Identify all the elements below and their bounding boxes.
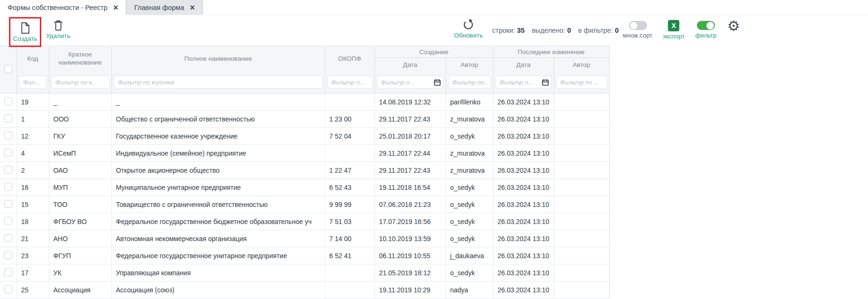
cell-okopf: 1 22 47	[325, 162, 375, 179]
cell-created-date: 19.11.2019 10:29	[375, 281, 446, 299]
cell-full-name: Товарищество с ограниченной ответственно…	[111, 196, 325, 213]
col-header-okopf[interactable]: ОКОПФ	[325, 46, 375, 72]
filter-toggle[interactable]	[697, 21, 715, 30]
col-header-created-author[interactable]: Автор	[446, 58, 493, 72]
filter-input-short-name[interactable]	[51, 75, 110, 89]
tab-label: Формы собственности - Реестр	[8, 4, 108, 11]
cell-created-author: o_sedyk	[446, 179, 493, 196]
cell-short-name: _	[49, 93, 111, 111]
filtered-count-label: в фильтре:	[578, 27, 613, 34]
cell-created-author: z_muratova	[446, 111, 493, 128]
cell-modified-author	[554, 230, 609, 247]
table-row[interactable]: 2ОАООткрытое акционерное общество1 22 47…	[0, 162, 609, 179]
cell-modified-date: 26.03.2024 13:10	[493, 196, 554, 213]
row-checkbox[interactable]	[4, 166, 12, 174]
cell-created-date: 17.07.2019 16:56	[375, 213, 446, 230]
filter-input-full-name[interactable]	[114, 75, 323, 89]
col-header-short-name[interactable]: Краткое наименование	[49, 46, 111, 72]
table-row[interactable]: 17УКУправляющая компания21.05.2019 18:12…	[0, 264, 609, 281]
filter-input-created-author[interactable]	[448, 75, 491, 89]
row-checkbox[interactable]	[4, 217, 12, 225]
cell-code: 21	[17, 230, 49, 247]
cell-modified-author	[554, 281, 609, 299]
cell-code: 2	[17, 162, 49, 179]
cell-modified-date: 26.03.2024 13:10	[493, 230, 554, 247]
settings-gear-icon[interactable]: ⚙	[727, 19, 740, 33]
row-checkbox-cell	[0, 128, 17, 145]
col-header-created-date[interactable]: Дата	[375, 58, 446, 72]
table-row[interactable]: 15ТООТоварищество с ограниченной ответст…	[0, 196, 609, 213]
cell-code: 16	[17, 179, 49, 196]
table-row[interactable]: 23ФГУПФедеральное государственное унитар…	[0, 247, 609, 264]
filter-input-okopf[interactable]	[327, 75, 373, 89]
table-row[interactable]: 25АссоциацияАссоциация (союз)19.11.2019 …	[0, 281, 609, 299]
table-row[interactable]: 18ФГБОУ ВОФедеральное государственное бю…	[0, 213, 609, 230]
tab-main-form[interactable]: Главная форма ×	[126, 0, 203, 15]
cell-okopf	[325, 145, 375, 162]
row-checkbox-cell	[0, 179, 17, 196]
col-header-code[interactable]: Код	[17, 46, 49, 72]
cell-modified-author	[554, 264, 609, 281]
multisort-label: множ.сорт.	[623, 32, 653, 39]
close-icon[interactable]: ×	[190, 4, 195, 11]
row-checkbox[interactable]	[4, 97, 12, 105]
col-header-modified-date[interactable]: Дата	[493, 58, 554, 72]
cell-created-date: 25.01.2018 20:17	[375, 128, 446, 145]
select-all-checkbox[interactable]	[4, 65, 12, 73]
cell-okopf: 7 14 00	[325, 230, 375, 247]
row-checkbox[interactable]	[4, 200, 12, 208]
table-row[interactable]: 19__14.08.2019 12:32panfilenko26.03.2024…	[0, 93, 609, 111]
multisort-toggle[interactable]	[629, 21, 647, 30]
export-label: экспорт	[663, 33, 685, 40]
cell-full-name: Общество с ограниченной ответственностью	[111, 111, 325, 128]
toggle-knob	[630, 22, 638, 29]
row-checkbox-cell	[0, 162, 17, 179]
rows-count-value: 35	[517, 27, 525, 34]
cell-short-name: ООО	[49, 111, 111, 128]
table-row[interactable]: 4ИСемПИндивидуальное (семейное) предприя…	[0, 145, 609, 162]
table-row[interactable]: 12ГКУГосударственное казенное учреждение…	[0, 128, 609, 145]
rows-counter: строки:35	[492, 27, 525, 34]
row-checkbox[interactable]	[4, 131, 12, 140]
cell-modified-date: 26.03.2024 13:10	[493, 264, 554, 281]
create-button[interactable]: Создать	[13, 22, 37, 42]
group-header-creation: Создание	[375, 46, 493, 58]
col-header-full-name[interactable]: Полное наименование	[111, 46, 325, 72]
filter-input-modified-author[interactable]	[556, 75, 607, 89]
row-checkbox[interactable]	[4, 114, 12, 122]
row-checkbox[interactable]	[4, 285, 12, 293]
row-checkbox[interactable]	[4, 234, 12, 242]
row-checkbox[interactable]	[4, 149, 12, 157]
cell-full-name: Открытое акционерное общество	[111, 162, 325, 179]
cell-created-date: 10.10.2019 13:59	[375, 230, 446, 247]
delete-button[interactable]: Удалить	[46, 19, 71, 39]
refresh-icon	[462, 19, 475, 31]
cell-short-name: ФГБОУ ВО	[49, 213, 111, 230]
table-row[interactable]: 21АНОАвтономная некоммерческая организац…	[0, 230, 609, 247]
filter-control: фильтр	[692, 21, 720, 39]
calendar-icon[interactable]	[542, 79, 549, 86]
cell-full-name: _	[111, 93, 325, 111]
cell-modified-author	[554, 213, 609, 230]
cell-created-author: o_sedyk	[446, 264, 493, 281]
export-button[interactable]: X экспорт	[663, 20, 685, 40]
tab-forms-registry[interactable]: Формы собственности - Реестр ×	[0, 0, 126, 15]
row-checkbox[interactable]	[4, 251, 12, 259]
row-checkbox[interactable]	[4, 183, 12, 191]
row-checkbox-cell	[0, 230, 17, 247]
table-row[interactable]: 1ООООбщество с ограниченной ответственно…	[0, 111, 609, 128]
refresh-button[interactable]: Обновить	[451, 19, 485, 39]
close-icon[interactable]: ×	[113, 4, 119, 11]
filter-input-code[interactable]	[19, 75, 47, 89]
row-checkbox[interactable]	[4, 268, 12, 276]
row-checkbox-cell	[0, 93, 17, 111]
cell-created-author: o_sedyk	[446, 128, 493, 145]
cell-full-name: Индивидуальное (семейное) предприятие	[111, 145, 325, 162]
col-header-modified-author[interactable]: Автор	[554, 58, 609, 72]
cell-code: 1	[17, 111, 49, 128]
cell-created-author: o_sedyk	[446, 230, 493, 247]
cell-okopf: 7 51 03	[325, 213, 375, 230]
cell-modified-date: 26.03.2024 13:10	[493, 162, 554, 179]
table-row[interactable]: 16МУПМуниципальное унитарное предприятие…	[0, 179, 609, 196]
calendar-icon[interactable]	[434, 79, 441, 86]
